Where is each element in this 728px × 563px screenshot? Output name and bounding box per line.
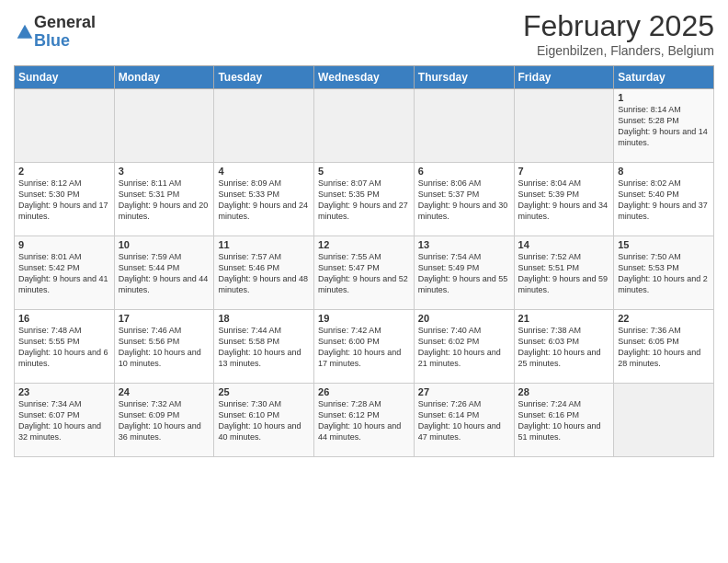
- day-info: Sunrise: 8:01 AM Sunset: 5:42 PM Dayligh…: [18, 251, 110, 296]
- day-info: Sunrise: 7:32 AM Sunset: 6:09 PM Dayligh…: [119, 398, 210, 443]
- day-number: 17: [119, 313, 210, 324]
- day-info: Sunrise: 8:11 AM Sunset: 5:31 PM Dayligh…: [119, 178, 210, 223]
- calendar-cell: 13Sunrise: 7:54 AM Sunset: 5:49 PM Dayli…: [414, 236, 514, 310]
- day-number: 27: [418, 386, 510, 397]
- header-row: Sunday Monday Tuesday Wednesday Thursday…: [15, 66, 714, 89]
- day-info: Sunrise: 7:42 AM Sunset: 6:00 PM Dayligh…: [318, 325, 410, 370]
- calendar-cell: 7Sunrise: 8:04 AM Sunset: 5:39 PM Daylig…: [514, 163, 614, 236]
- day-number: 19: [318, 313, 410, 324]
- logo-text: General Blue: [34, 14, 96, 51]
- day-info: Sunrise: 7:28 AM Sunset: 6:12 PM Dayligh…: [318, 398, 410, 443]
- day-number: 7: [518, 166, 610, 177]
- calendar-cell: 25Sunrise: 7:30 AM Sunset: 6:10 PM Dayli…: [214, 384, 314, 457]
- calendar-cell: 11Sunrise: 7:57 AM Sunset: 5:46 PM Dayli…: [214, 236, 314, 310]
- day-number: 1: [618, 92, 710, 103]
- day-info: Sunrise: 7:34 AM Sunset: 6:07 PM Dayligh…: [18, 398, 110, 443]
- calendar-cell: [414, 89, 514, 163]
- logo-blue: Blue: [34, 32, 96, 51]
- header: General Blue February 2025 Eigenbilzen, …: [14, 9, 714, 58]
- day-number: 12: [318, 239, 410, 250]
- day-info: Sunrise: 7:50 AM Sunset: 5:53 PM Dayligh…: [618, 251, 710, 296]
- day-number: 5: [318, 166, 410, 177]
- calendar-table: Sunday Monday Tuesday Wednesday Thursday…: [14, 65, 714, 457]
- calendar-cell: [15, 89, 115, 163]
- day-info: Sunrise: 7:38 AM Sunset: 6:03 PM Dayligh…: [518, 325, 610, 370]
- day-info: Sunrise: 7:26 AM Sunset: 6:14 PM Dayligh…: [418, 398, 510, 443]
- day-info: Sunrise: 8:14 AM Sunset: 5:28 PM Dayligh…: [618, 104, 710, 149]
- calendar-cell: [214, 89, 314, 163]
- calendar-cell: 1Sunrise: 8:14 AM Sunset: 5:28 PM Daylig…: [614, 89, 714, 163]
- day-number: 6: [418, 166, 510, 177]
- day-info: Sunrise: 8:02 AM Sunset: 5:40 PM Dayligh…: [618, 178, 710, 223]
- day-number: 4: [218, 166, 310, 177]
- day-info: Sunrise: 7:55 AM Sunset: 5:47 PM Dayligh…: [318, 251, 410, 296]
- calendar-cell: [114, 89, 214, 163]
- title-area: February 2025 Eigenbilzen, Flanders, Bel…: [523, 9, 714, 58]
- day-number: 14: [518, 239, 610, 250]
- day-info: Sunrise: 8:09 AM Sunset: 5:33 PM Dayligh…: [218, 178, 310, 223]
- col-tuesday: Tuesday: [214, 66, 314, 89]
- location-subtitle: Eigenbilzen, Flanders, Belgium: [523, 43, 714, 58]
- calendar-cell: 22Sunrise: 7:36 AM Sunset: 6:05 PM Dayli…: [614, 310, 714, 384]
- day-info: Sunrise: 8:04 AM Sunset: 5:39 PM Dayligh…: [518, 178, 610, 223]
- day-info: Sunrise: 7:30 AM Sunset: 6:10 PM Dayligh…: [218, 398, 310, 443]
- day-number: 16: [18, 313, 110, 324]
- calendar-cell: 17Sunrise: 7:46 AM Sunset: 5:56 PM Dayli…: [114, 310, 214, 384]
- day-number: 24: [119, 386, 210, 397]
- day-number: 26: [318, 386, 410, 397]
- col-saturday: Saturday: [614, 66, 714, 89]
- calendar-cell: 9Sunrise: 8:01 AM Sunset: 5:42 PM Daylig…: [15, 236, 115, 310]
- logo: General Blue: [14, 14, 96, 51]
- day-info: Sunrise: 7:40 AM Sunset: 6:02 PM Dayligh…: [418, 325, 510, 370]
- day-number: 20: [418, 313, 510, 324]
- day-number: 23: [18, 386, 110, 397]
- calendar-cell: 2Sunrise: 8:12 AM Sunset: 5:30 PM Daylig…: [15, 163, 115, 236]
- calendar-cell: 19Sunrise: 7:42 AM Sunset: 6:00 PM Dayli…: [314, 310, 415, 384]
- calendar-week-2: 2Sunrise: 8:12 AM Sunset: 5:30 PM Daylig…: [15, 163, 714, 236]
- calendar-cell: 16Sunrise: 7:48 AM Sunset: 5:55 PM Dayli…: [15, 310, 115, 384]
- day-number: 10: [119, 239, 210, 250]
- logo-icon: [16, 23, 34, 41]
- calendar-week-4: 16Sunrise: 7:48 AM Sunset: 5:55 PM Dayli…: [15, 310, 714, 384]
- day-number: 25: [218, 386, 310, 397]
- day-number: 22: [618, 313, 710, 324]
- calendar-cell: [514, 89, 614, 163]
- calendar-cell: 23Sunrise: 7:34 AM Sunset: 6:07 PM Dayli…: [15, 384, 115, 457]
- col-thursday: Thursday: [414, 66, 514, 89]
- calendar-cell: 5Sunrise: 8:07 AM Sunset: 5:35 PM Daylig…: [314, 163, 415, 236]
- page: General Blue February 2025 Eigenbilzen, …: [0, 0, 728, 563]
- calendar-week-1: 1Sunrise: 8:14 AM Sunset: 5:28 PM Daylig…: [15, 89, 714, 163]
- day-info: Sunrise: 7:36 AM Sunset: 6:05 PM Dayligh…: [618, 325, 710, 370]
- month-title: February 2025: [523, 9, 714, 43]
- day-info: Sunrise: 8:06 AM Sunset: 5:37 PM Dayligh…: [418, 178, 510, 223]
- day-number: 18: [218, 313, 310, 324]
- calendar-cell: 18Sunrise: 7:44 AM Sunset: 5:58 PM Dayli…: [214, 310, 314, 384]
- calendar-cell: 6Sunrise: 8:06 AM Sunset: 5:37 PM Daylig…: [414, 163, 514, 236]
- calendar-week-3: 9Sunrise: 8:01 AM Sunset: 5:42 PM Daylig…: [15, 236, 714, 310]
- day-number: 28: [518, 386, 610, 397]
- day-info: Sunrise: 7:57 AM Sunset: 5:46 PM Dayligh…: [218, 251, 310, 296]
- day-info: Sunrise: 7:24 AM Sunset: 6:16 PM Dayligh…: [518, 398, 610, 443]
- calendar-cell: 15Sunrise: 7:50 AM Sunset: 5:53 PM Dayli…: [614, 236, 714, 310]
- day-number: 13: [418, 239, 510, 250]
- day-info: Sunrise: 7:59 AM Sunset: 5:44 PM Dayligh…: [119, 251, 210, 296]
- day-info: Sunrise: 8:12 AM Sunset: 5:30 PM Dayligh…: [18, 178, 110, 223]
- calendar-cell: 12Sunrise: 7:55 AM Sunset: 5:47 PM Dayli…: [314, 236, 415, 310]
- day-number: 15: [618, 239, 710, 250]
- day-info: Sunrise: 7:46 AM Sunset: 5:56 PM Dayligh…: [119, 325, 210, 370]
- calendar-cell: 24Sunrise: 7:32 AM Sunset: 6:09 PM Dayli…: [114, 384, 214, 457]
- day-number: 8: [618, 166, 710, 177]
- calendar-cell: 8Sunrise: 8:02 AM Sunset: 5:40 PM Daylig…: [614, 163, 714, 236]
- calendar-cell: 14Sunrise: 7:52 AM Sunset: 5:51 PM Dayli…: [514, 236, 614, 310]
- col-wednesday: Wednesday: [314, 66, 415, 89]
- calendar-cell: 4Sunrise: 8:09 AM Sunset: 5:33 PM Daylig…: [214, 163, 314, 236]
- day-info: Sunrise: 7:54 AM Sunset: 5:49 PM Dayligh…: [418, 251, 510, 296]
- calendar-cell: 3Sunrise: 8:11 AM Sunset: 5:31 PM Daylig…: [114, 163, 214, 236]
- svg-marker-0: [17, 24, 33, 38]
- col-sunday: Sunday: [15, 66, 115, 89]
- day-number: 21: [518, 313, 610, 324]
- calendar-cell: 26Sunrise: 7:28 AM Sunset: 6:12 PM Dayli…: [314, 384, 415, 457]
- day-info: Sunrise: 7:44 AM Sunset: 5:58 PM Dayligh…: [218, 325, 310, 370]
- day-info: Sunrise: 7:48 AM Sunset: 5:55 PM Dayligh…: [18, 325, 110, 370]
- day-number: 2: [18, 166, 110, 177]
